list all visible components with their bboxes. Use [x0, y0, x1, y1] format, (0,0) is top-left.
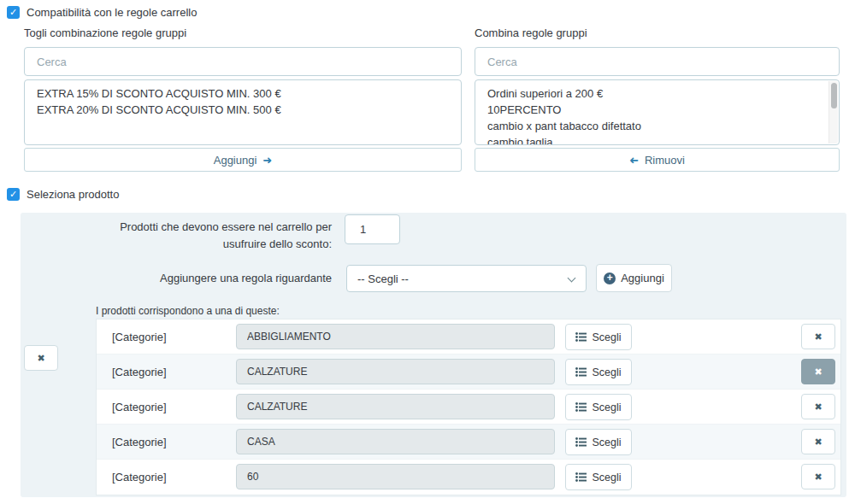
choose-button[interactable]: Scegli: [565, 394, 632, 420]
delete-rule-button[interactable]: ✖: [801, 324, 835, 349]
list-icon: [575, 402, 587, 412]
delete-rule-group-button[interactable]: ✖: [24, 345, 58, 371]
arrow-right-icon: ➜: [262, 155, 272, 166]
add-combination-button[interactable]: Aggiungi ➜: [24, 148, 462, 172]
select-product-checkbox-label: Seleziona prodotto: [27, 188, 119, 201]
plus-icon: +: [604, 273, 616, 284]
rule-type-select-value: -- Scegli --: [357, 273, 409, 285]
cart-quantity-label-line2: usufruire dello sconto:: [51, 236, 332, 253]
choose-button[interactable]: Scegli: [565, 359, 632, 385]
select-product-checkbox-row: ✓ Seleziona prodotto: [7, 188, 119, 201]
add-combination-button-label: Aggiungi: [214, 154, 257, 167]
remove-combination-button-label: Rimuovi: [645, 154, 685, 167]
delete-rule-button[interactable]: ✖: [801, 464, 835, 489]
choose-button-label: Scegli: [592, 401, 621, 413]
table-row: [Categorie] Scegli ✖: [97, 460, 840, 495]
select-product-checkbox[interactable]: ✓: [7, 188, 20, 201]
rule-type-select[interactable]: -- Scegli --: [346, 265, 587, 292]
table-row: [Categorie] Scegli ✖: [97, 390, 840, 425]
choose-button-label: Scegli: [592, 366, 621, 378]
product-rules-table: [Categorie] Scegli ✖ [Categorie] Scegli …: [96, 319, 841, 495]
rule-type-label: [Categorie]: [112, 401, 167, 413]
rule-value-field[interactable]: [236, 359, 555, 384]
cart-quantity-input[interactable]: [345, 214, 400, 244]
list-item[interactable]: EXTRA 15% DI SCONTO ACQUISTO MIN. 300 €: [25, 85, 461, 102]
combine-rules-list: Ordini superiori a 200 € 10PERCENTO camb…: [475, 79, 840, 145]
compatibility-checkbox-row: ✓ Compatibilità con le regole carrello: [7, 6, 197, 19]
choose-button-label: Scegli: [592, 331, 621, 343]
delete-rule-button[interactable]: ✖: [801, 429, 835, 454]
cart-rule-settings-page: ✓ Compatibilità con le regole carrello T…: [0, 0, 855, 504]
list-icon: [575, 472, 587, 482]
add-rule-button[interactable]: + Aggiungi: [596, 264, 672, 292]
chevron-down-icon: [568, 274, 576, 283]
list-item[interactable]: cambio taglia: [475, 134, 839, 145]
rule-value-field[interactable]: [236, 464, 555, 489]
cart-quantity-label-line1: Prodotti che devono essere nel carrello …: [51, 219, 332, 236]
combine-rules-panel: Combina regole gruppi Ordini superiori a…: [475, 26, 840, 172]
rule-type-label: [Categorie]: [112, 471, 167, 483]
remove-combination-button[interactable]: ➜ Rimuovi: [475, 148, 840, 172]
remove-combination-title: Togli combinazione regole gruppi: [24, 26, 462, 39]
compatibility-checkbox[interactable]: ✓: [7, 6, 20, 19]
rule-type-label: [Categorie]: [112, 366, 167, 378]
add-rule-label: Aggiungere una regola riguardante: [51, 272, 332, 284]
choose-button[interactable]: Scegli: [565, 464, 632, 490]
rule-type-label: [Categorie]: [112, 436, 167, 448]
list-icon: [575, 332, 587, 342]
choose-button-label: Scegli: [592, 472, 621, 483]
compatibility-checkbox-label: Compatibilità con le regole carrello: [27, 6, 197, 19]
scrollbar-thumb[interactable]: [831, 83, 837, 108]
rule-type-label: [Categorie]: [112, 331, 167, 343]
table-row: [Categorie] Scegli ✖: [97, 355, 840, 390]
rule-value-field[interactable]: [236, 429, 555, 454]
list-icon: [575, 367, 587, 377]
remove-combination-search-input[interactable]: [24, 47, 462, 76]
scrollbar-track[interactable]: [828, 81, 838, 144]
add-rule-button-label: Aggiungi: [621, 272, 664, 284]
choose-button[interactable]: Scegli: [565, 324, 632, 350]
combine-rules-search-input[interactable]: [475, 47, 840, 76]
list-item[interactable]: EXTRA 20% DI SCONTO ACQUISTO MIN. 500 €: [25, 102, 461, 118]
choose-button-label: Scegli: [592, 437, 621, 448]
table-row: [Categorie] Scegli ✖: [97, 425, 840, 460]
list-item[interactable]: cambio x pant tabacco difettato: [475, 118, 839, 134]
arrow-left-icon: ➜: [629, 155, 639, 166]
delete-rule-button[interactable]: ✖: [801, 359, 835, 384]
delete-rule-button[interactable]: ✖: [801, 394, 835, 419]
remove-combination-panel: Togli combinazione regole gruppi EXTRA 1…: [24, 26, 462, 172]
table-row: [Categorie] Scegli ✖: [97, 319, 840, 355]
choose-button[interactable]: Scegli: [565, 429, 632, 455]
combine-rules-title: Combina regole gruppi: [475, 26, 840, 39]
remove-combination-list: EXTRA 15% DI SCONTO ACQUISTO MIN. 300 € …: [24, 79, 462, 145]
cart-quantity-label: Prodotti che devono essere nel carrello …: [51, 219, 332, 253]
rule-value-field[interactable]: [236, 324, 555, 349]
list-item[interactable]: 10PERCENTO: [475, 102, 839, 118]
list-icon: [575, 437, 587, 447]
rule-value-field[interactable]: [236, 394, 555, 419]
list-item[interactable]: Ordini superiori a 200 €: [475, 85, 839, 102]
products-match-label: I prodotti corrispondono a una di queste…: [96, 305, 280, 317]
